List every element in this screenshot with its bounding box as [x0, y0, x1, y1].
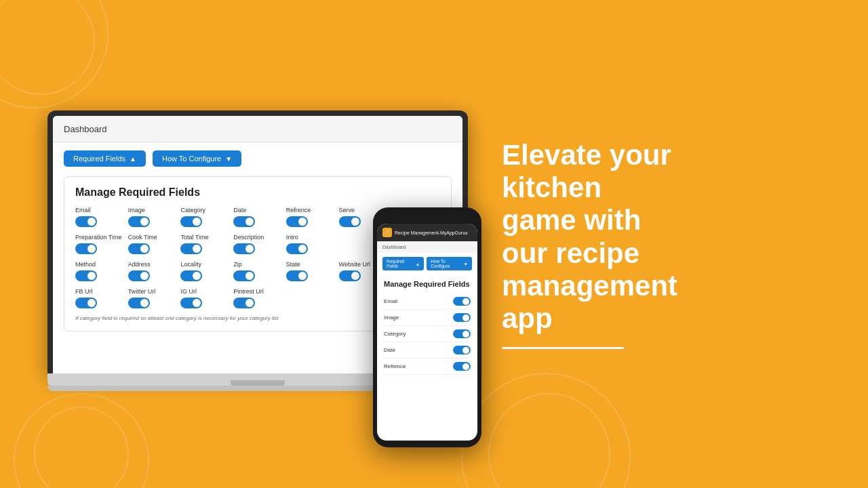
- field-method: Method: [75, 261, 124, 281]
- toggle-address[interactable]: [128, 270, 150, 281]
- phone-toggle-image[interactable]: [453, 313, 471, 322]
- manage-fields-title: Manage Required Fields: [75, 186, 440, 199]
- required-fields-button[interactable]: Required Fields ▲: [64, 150, 146, 167]
- field-description: Description: [233, 234, 282, 254]
- phone-toggle-category[interactable]: [453, 329, 471, 338]
- phone-toggle-email[interactable]: [453, 297, 471, 306]
- field-email: Email: [75, 207, 124, 227]
- field-date: Date: [233, 207, 282, 227]
- toggle-fb[interactable]: [75, 298, 97, 308]
- phone-field-email: Email: [384, 293, 471, 310]
- field-fb: FB Url: [75, 288, 124, 308]
- toggle-intro[interactable]: [286, 243, 308, 254]
- dashboard-buttons: Required Fields ▲ How To Configure ▼: [64, 150, 452, 167]
- field-twitter: Twitter Url: [128, 288, 177, 308]
- phone-device: 🍴 Recipe Management-MyAppGurus Dashboard…: [373, 207, 481, 447]
- hero-title: Elevate your kitchen game with our recip…: [502, 139, 827, 336]
- toggle-image[interactable]: [128, 216, 150, 227]
- phone-manage-title: Manage Required Fields: [384, 280, 471, 288]
- chevron-up-icon: ▲: [130, 155, 136, 163]
- phone-configure-btn[interactable]: How To Configure ▼: [427, 257, 472, 270]
- field-zip: Zip: [233, 261, 282, 281]
- field-cook-time: Cook Time: [128, 234, 177, 254]
- phone-required-fields-btn[interactable]: Required Fields ▲: [382, 257, 424, 270]
- toggle-state[interactable]: [286, 270, 308, 281]
- toggle-website[interactable]: [339, 270, 361, 281]
- toggle-date[interactable]: [233, 216, 255, 227]
- hero-text-section: Elevate your kitchen game with our recip…: [488, 139, 841, 350]
- field-prep-time: Preparation Time: [75, 234, 124, 254]
- toggle-zip[interactable]: [233, 270, 255, 281]
- toggle-method[interactable]: [75, 270, 97, 281]
- toggle-locality[interactable]: [180, 270, 202, 281]
- toggle-total-time[interactable]: [180, 243, 202, 254]
- phone-toggle-date[interactable]: [453, 346, 471, 354]
- phone-chevron-up-icon: ▲: [416, 262, 420, 266]
- dashboard-header: Dashboard: [53, 116, 462, 142]
- phone-toggle-refrence[interactable]: [453, 362, 471, 371]
- phone-field-refrence: Refrence: [384, 359, 471, 375]
- field-image: Image: [128, 207, 177, 227]
- toggle-ig[interactable]: [180, 298, 202, 308]
- toggle-refrence[interactable]: [286, 216, 308, 227]
- phone-app-title: Recipe Management-MyAppGurus: [395, 230, 468, 235]
- phone-field-category: Category: [384, 326, 471, 342]
- phone-notch: [410, 214, 444, 220]
- field-pintrest: Pintrest Url: [233, 288, 282, 308]
- phone-screen: 🍴 Recipe Management-MyAppGurus Dashboard…: [377, 224, 477, 441]
- phone-app-header: 🍴 Recipe Management-MyAppGurus: [377, 224, 477, 241]
- field-intro: Intro: [286, 234, 335, 254]
- toggle-description[interactable]: [233, 243, 255, 254]
- phone-app-icon: 🍴: [382, 228, 392, 237]
- dashboard-title: Dashboard: [64, 124, 107, 134]
- toggle-cook-time[interactable]: [128, 243, 150, 254]
- phone-content: Manage Required Fields Email Image Categ…: [377, 274, 477, 380]
- phone-buttons: Required Fields ▲ How To Configure ▼: [377, 253, 477, 274]
- main-container: Dashboard Required Fields ▲ How To Confi…: [0, 0, 868, 488]
- field-empty4: [286, 288, 335, 308]
- field-category: Category: [180, 207, 229, 227]
- toggle-category[interactable]: [180, 216, 202, 227]
- phone-nav: Dashboard: [377, 241, 477, 253]
- field-total-time: Total Time: [180, 234, 229, 254]
- field-state: State: [286, 261, 335, 281]
- phone-chevron-down-icon: ▼: [464, 262, 468, 266]
- how-to-configure-button[interactable]: How To Configure ▼: [153, 150, 241, 167]
- devices-section: Dashboard Required Fields ▲ How To Confi…: [27, 14, 488, 474]
- toggle-prep-time[interactable]: [75, 243, 97, 254]
- field-refrence: Refrence: [286, 207, 335, 227]
- phone-field-image: Image: [384, 310, 471, 326]
- toggle-twitter[interactable]: [128, 298, 150, 308]
- hero-divider: [502, 347, 624, 349]
- field-address: Address: [128, 261, 177, 281]
- field-locality: Locality: [180, 261, 229, 281]
- phone-field-date: Date: [384, 342, 471, 359]
- toggle-pintrest[interactable]: [233, 298, 255, 308]
- chevron-down-icon: ▼: [225, 155, 232, 163]
- toggle-email[interactable]: [75, 216, 97, 227]
- field-ig: IG Url: [180, 288, 229, 308]
- toggle-serve[interactable]: [339, 216, 361, 227]
